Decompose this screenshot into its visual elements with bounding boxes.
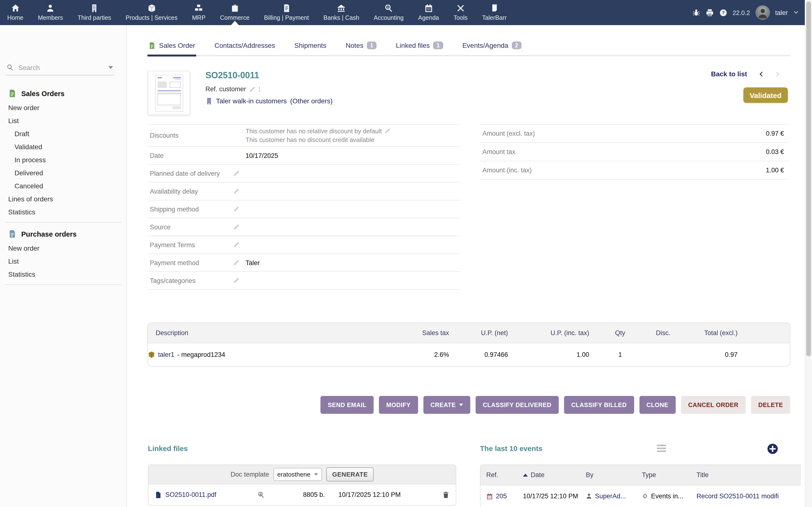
nav-accounting[interactable]: Accounting [367, 0, 411, 25]
customer-other-orders-link[interactable]: (Other orders) [290, 97, 333, 105]
event-calendar-icon [486, 493, 493, 500]
tab-notes[interactable]: Notes 1 [345, 42, 377, 56]
tab-label: Notes [346, 42, 363, 49]
delete-button[interactable]: DELETE [751, 396, 790, 414]
nav-billing-payment[interactable]: Billing | Payment [257, 0, 316, 25]
event-ref-link[interactable]: 205 [496, 493, 507, 500]
doc-template-select[interactable]: eratosthene [273, 468, 322, 481]
nav-tools[interactable]: Tools [446, 0, 475, 25]
events-menu-hamburger-icon[interactable] [657, 445, 666, 453]
tab-shipments[interactable]: Shipments [293, 42, 327, 56]
delete-file-trash-icon[interactable] [442, 491, 450, 499]
detail-row-discounts: Discounts This customer has no relative … [147, 125, 460, 147]
edit-pencil-icon[interactable] [233, 241, 240, 248]
event-row[interactable]: 205 10/17/25 12:10 PM SuperAd... Events … [480, 485, 801, 507]
edit-pencil-icon[interactable] [233, 188, 240, 194]
detail-label: Payment Terms [150, 241, 233, 248]
tab-linked-files[interactable]: Linked files 1 [395, 42, 444, 56]
sidebar-item-lines-of-orders[interactable]: Lines of orders [0, 192, 126, 205]
detail-row-source: Source [147, 218, 460, 236]
detail-row-date: Date 10/17/2025 [147, 147, 460, 165]
product-link[interactable]: taler1 [158, 351, 174, 358]
nav-label: Members [38, 14, 63, 21]
cancel-order-button[interactable]: CANCEL ORDER [681, 396, 746, 414]
linked-file-name-link[interactable]: SO2510-0011.pdf [165, 491, 216, 498]
clone-button[interactable]: CLONE [639, 396, 676, 414]
nav-label: Agenda [418, 14, 439, 21]
nav-commerce[interactable]: Commerce [213, 0, 257, 25]
sales-doc-icon [8, 89, 16, 98]
bug-report-icon[interactable] [692, 8, 700, 17]
classify-delivered-button[interactable]: CLASSIFY DELIVERED [475, 396, 559, 414]
generate-button[interactable]: GENERATE [326, 467, 373, 482]
detail-label: Date [150, 152, 233, 159]
line-sales-tax: 2.6% [396, 343, 449, 366]
search-dropdown-caret-icon[interactable] [108, 66, 113, 69]
order-details-table: Discounts This customer has no relative … [147, 124, 460, 290]
sidebar-item-statistics[interactable]: Statistics [0, 205, 126, 218]
tab-sales-order[interactable]: Sales Order [147, 42, 196, 56]
send-email-button[interactable]: SEND EMAIL [320, 396, 373, 414]
avatar[interactable] [755, 5, 770, 20]
edit-pencil-icon[interactable] [233, 224, 240, 230]
edit-pencil-icon[interactable] [249, 86, 256, 93]
col-date[interactable]: Date [517, 465, 580, 485]
detail-row-tags-categories: Tags/categories [147, 272, 460, 290]
previous-record-icon[interactable] [758, 71, 764, 77]
sidebar-item-validated[interactable]: Validated [0, 140, 126, 153]
search-input[interactable] [18, 63, 104, 71]
add-event-button[interactable] [767, 443, 778, 454]
nav-third-parties[interactable]: Third parties [70, 0, 118, 25]
modify-button[interactable]: MODIFY [379, 396, 418, 414]
sidebar-item-in-process[interactable]: In process [0, 153, 126, 166]
nav-agenda[interactable]: Agenda [411, 0, 446, 25]
linked-file-size: 8805 b. [276, 491, 325, 498]
edit-pencil-icon[interactable] [233, 170, 240, 177]
classify-billed-button[interactable]: CLASSIFY BILLED [564, 396, 634, 414]
chevron-down-icon[interactable] [793, 10, 799, 15]
line-row[interactable]: taler1 - megaprod1234 2.6% 0.97466 1.00 … [148, 343, 790, 366]
edit-pencil-icon[interactable] [384, 127, 391, 134]
sidebar-item-canceled[interactable]: Canceled [0, 179, 126, 192]
section-title: Purchase orders [21, 230, 77, 238]
amount-row-excl-tax: Amount (excl. tax) 0.97 € [479, 125, 789, 143]
nav-members[interactable]: Members [31, 0, 70, 25]
sidebar-item-list[interactable]: List [0, 114, 126, 127]
user-menu[interactable]: taler [775, 9, 788, 16]
sidebar-item-po-statistics[interactable]: Statistics [0, 268, 126, 281]
edit-pencil-icon[interactable] [233, 206, 240, 213]
help-icon[interactable] [719, 8, 727, 17]
colon: : [259, 86, 260, 93]
sidebar-item-delivered[interactable]: Delivered [0, 166, 126, 179]
back-to-list-link[interactable]: Back to list [711, 70, 747, 78]
edit-pencil-icon[interactable] [233, 277, 240, 284]
sidebar-item-draft[interactable]: Draft [0, 127, 126, 140]
nav-talerbarr[interactable]: TalerBarr [475, 0, 514, 25]
scrollbar-thumb[interactable] [806, 1, 811, 356]
detail-row-planned-delivery: Planned date of delivery [147, 165, 460, 182]
sidebar-item-new-order[interactable]: New order [0, 101, 126, 114]
bill-icon [282, 4, 291, 12]
customer-link[interactable]: Taler walk-in customers [216, 97, 287, 105]
tab-contacts-addresses[interactable]: Contacts/Addresses [213, 42, 276, 56]
document-preview-thumbnail[interactable] [148, 71, 190, 115]
print-icon[interactable] [705, 8, 714, 17]
doc-template-label: Doc template [231, 471, 269, 478]
event-user-link[interactable]: SuperAd... [595, 493, 626, 500]
sidebar-item-po-list[interactable]: List [0, 255, 126, 268]
event-title-link[interactable]: Record SO2510-0011 modifi [697, 493, 779, 500]
nav-banks-cash[interactable]: Banks | Cash [316, 0, 366, 25]
nav-label: Billing | Payment [264, 14, 309, 21]
nav-home[interactable]: Home [0, 0, 31, 25]
linked-files-card: Doc template eratosthene GENERATE SO2510… [148, 464, 456, 506]
sidebar-item-po-new-order[interactable]: New order [0, 241, 126, 255]
tab-events-agenda[interactable]: Events/Agenda 2 [461, 42, 522, 56]
preview-zoom-icon[interactable] [257, 491, 265, 499]
nav-products-services[interactable]: Products | Services [118, 0, 185, 25]
nav-mrp[interactable]: MRP [185, 0, 213, 25]
detail-row-availability-delay: Availability delay [147, 182, 460, 201]
create-button[interactable]: CREATE [423, 396, 470, 414]
line-description: taler1 - megaprod1234 [148, 343, 396, 366]
next-record-icon[interactable] [774, 71, 781, 77]
edit-pencil-icon[interactable] [233, 259, 240, 266]
